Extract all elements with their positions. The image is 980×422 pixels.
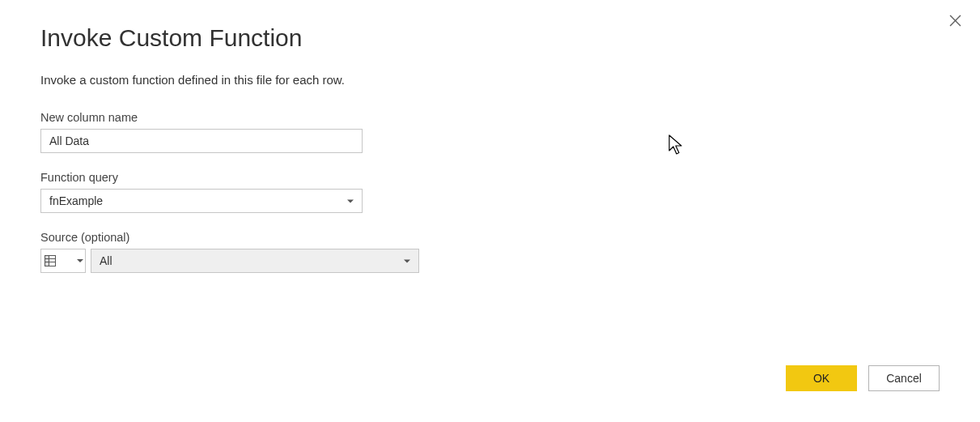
new-column-name-input[interactable] — [40, 129, 363, 153]
column-icon — [44, 254, 57, 267]
field-function-query: Function query fnExample — [40, 171, 940, 213]
function-query-label: Function query — [40, 171, 940, 184]
dialog-title: Invoke Custom Function — [40, 24, 940, 52]
dialog-subtitle: Invoke a custom function defined in this… — [40, 73, 940, 87]
source-label: Source (optional) — [40, 231, 940, 244]
close-button[interactable] — [944, 10, 965, 31]
source-select[interactable]: All — [91, 249, 419, 273]
dialog-buttons: OK Cancel — [786, 365, 940, 391]
source-type-picker[interactable] — [40, 249, 86, 273]
function-query-select[interactable]: fnExample — [40, 189, 363, 213]
ok-button[interactable]: OK — [786, 365, 857, 391]
function-query-value: fnExample — [49, 194, 342, 207]
svg-rect-5 — [45, 256, 49, 266]
close-icon — [949, 15, 961, 27]
cancel-button[interactable]: Cancel — [868, 365, 940, 391]
source-value: All — [100, 254, 112, 267]
chevron-down-icon — [77, 259, 83, 262]
chevron-down-icon — [404, 259, 410, 262]
chevron-down-icon — [347, 199, 354, 202]
invoke-custom-function-dialog: Invoke Custom Function Invoke a custom f… — [0, 0, 980, 422]
field-new-column-name: New column name — [40, 111, 940, 153]
new-column-name-label: New column name — [40, 111, 940, 124]
field-source: Source (optional) — [40, 231, 940, 273]
